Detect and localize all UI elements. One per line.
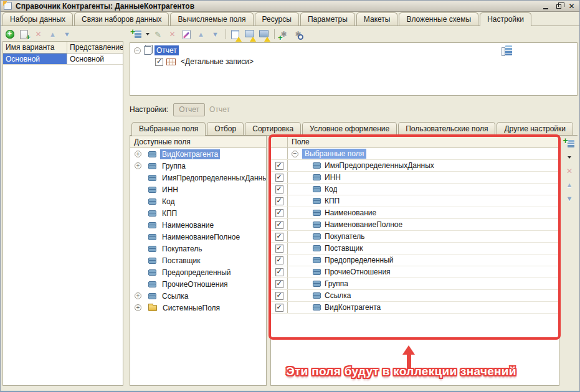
column-header-variant-name[interactable]: Имя варианта xyxy=(3,42,67,53)
selected-field-row[interactable]: Наименование xyxy=(271,207,559,219)
selected-field-row[interactable]: Код xyxy=(271,184,559,195)
available-field-item[interactable]: Ссылка xyxy=(130,290,266,302)
add-settings-icon[interactable] xyxy=(277,29,290,40)
selected-field-row[interactable]: Поставщик xyxy=(271,243,559,254)
tree-node-detail-records[interactable]: <Детальные записи> xyxy=(130,55,577,68)
field-checkbox[interactable] xyxy=(275,280,283,288)
add-list-icon[interactable] xyxy=(563,138,576,149)
restore-button[interactable] xyxy=(554,2,563,11)
tab-Выбранные поля[interactable]: Выбранные поля xyxy=(131,122,206,136)
available-field-item[interactable]: КПП xyxy=(130,207,266,219)
caret-down-icon[interactable] xyxy=(567,151,573,163)
selected-field-row[interactable]: НаименованиеПолное xyxy=(271,219,559,231)
tab-Наборы данных[interactable]: Наборы данных xyxy=(2,12,73,26)
selected-field-row[interactable]: КПП xyxy=(271,195,559,207)
variant-presentation-cell[interactable]: Основной xyxy=(67,54,123,64)
available-field-item[interactable]: НаименованиеПолное xyxy=(130,231,266,243)
available-field-item[interactable]: СистемныеПоля xyxy=(130,302,266,314)
tab-Вложенные схемы[interactable]: Вложенные схемы xyxy=(399,12,478,26)
available-field-item[interactable]: Наименование xyxy=(130,219,266,231)
variant-name-cell[interactable]: Основной xyxy=(3,54,67,64)
caret-down-icon[interactable] xyxy=(145,29,150,40)
report-chip-button[interactable]: Отчет xyxy=(173,103,205,116)
expand-icon[interactable] xyxy=(135,162,141,169)
field-checkbox[interactable] xyxy=(275,304,283,312)
minimize-button[interactable] xyxy=(541,2,550,11)
tab-Макеты[interactable]: Макеты xyxy=(356,12,398,26)
field-checkbox[interactable] xyxy=(275,268,283,276)
available-field-item[interactable]: Группа xyxy=(130,160,266,172)
tab-Сортировка[interactable]: Сортировка xyxy=(245,122,301,135)
field-checkbox[interactable] xyxy=(275,256,283,264)
move-up-icon[interactable] xyxy=(46,29,59,40)
selected-field-row[interactable]: Ссылка xyxy=(271,290,559,302)
titlebar[interactable]: Справочник Контрагенты: ДанныеКонтрагент… xyxy=(1,1,579,12)
edit-pencil-icon[interactable] xyxy=(151,29,164,40)
move-down-icon[interactable] xyxy=(209,29,222,40)
view-settings-icon[interactable] xyxy=(292,29,305,40)
available-field-item[interactable]: ВидКонтрагента xyxy=(130,148,266,160)
tab-Другие настройки[interactable]: Другие настройки xyxy=(497,122,573,135)
detail-records-label[interactable]: <Детальные записи> xyxy=(179,57,255,67)
column-header-presentation[interactable]: Представление xyxy=(67,42,123,53)
available-field-item[interactable]: ПрочиеОтношения xyxy=(130,278,266,290)
delete-icon[interactable] xyxy=(563,165,576,177)
expand-icon[interactable] xyxy=(135,151,141,157)
tab-Связи наборов данных[interactable]: Связи наборов данных xyxy=(74,12,169,26)
move-down-icon[interactable] xyxy=(60,29,74,40)
tab-Настройки[interactable]: Настройки xyxy=(480,12,531,26)
report-output-icon[interactable] xyxy=(229,29,242,40)
available-field-item[interactable]: Поставщик xyxy=(130,254,266,266)
selected-field-row[interactable]: Группа xyxy=(271,278,559,290)
move-up-icon[interactable] xyxy=(194,29,207,40)
selected-field-row[interactable]: ПрочиеОтношения xyxy=(271,266,559,278)
tab-Ресурсы[interactable]: Ресурсы xyxy=(255,12,299,26)
add-copy-icon[interactable] xyxy=(17,29,31,40)
detail-records-checkbox[interactable] xyxy=(155,58,163,66)
selected-fields-header[interactable]: Поле xyxy=(288,136,310,147)
selected-group-label[interactable]: Выбранные поля xyxy=(302,149,366,159)
field-checkbox[interactable] xyxy=(275,174,283,182)
tab-Отбор[interactable]: Отбор xyxy=(207,122,244,135)
selected-field-row[interactable]: Покупатель xyxy=(271,231,559,243)
add-icon[interactable] xyxy=(3,29,16,40)
expand-icon[interactable] xyxy=(135,304,141,311)
field-checkbox[interactable] xyxy=(275,221,283,229)
collapse-icon[interactable] xyxy=(134,47,141,54)
available-field-item[interactable]: ИмяПредопределенныхДанных xyxy=(130,172,266,184)
tab-Условное оформление[interactable]: Условное оформление xyxy=(302,122,397,135)
wizard-icon[interactable] xyxy=(180,29,193,40)
field-checkbox[interactable] xyxy=(275,209,283,217)
collapse-icon[interactable] xyxy=(292,151,298,157)
selected-field-row[interactable]: ИмяПредопределенныхДанных xyxy=(271,160,559,172)
selected-field-row[interactable]: ВидКонтрагента xyxy=(271,302,559,314)
field-checkbox[interactable] xyxy=(275,292,283,300)
field-checkbox[interactable] xyxy=(275,233,283,241)
tree-node-report[interactable]: Отчет xyxy=(130,43,577,55)
variant-row[interactable]: Основной Основной xyxy=(3,54,123,65)
add-list-icon[interactable] xyxy=(130,29,143,40)
selected-field-row[interactable]: ИНН xyxy=(271,172,559,184)
close-button[interactable]: ✕ xyxy=(567,2,576,11)
field-checkbox[interactable] xyxy=(275,162,283,170)
move-down-icon[interactable] xyxy=(563,192,576,204)
move-up-icon[interactable] xyxy=(563,179,576,190)
expand-icon[interactable] xyxy=(135,292,141,299)
field-checkbox[interactable] xyxy=(275,197,283,205)
available-field-item[interactable]: Покупатель xyxy=(130,243,266,254)
tree-node-label[interactable]: Отчет xyxy=(155,45,179,55)
tab-Пользовательские поля[interactable]: Пользовательские поля xyxy=(398,122,495,135)
available-field-item[interactable]: Код xyxy=(130,195,266,207)
save-settings-icon[interactable] xyxy=(257,29,270,40)
selected-group-row[interactable]: Выбранные поля xyxy=(271,148,559,160)
delete-icon[interactable] xyxy=(166,29,179,40)
load-settings-icon[interactable] xyxy=(243,29,256,40)
field-checkbox[interactable] xyxy=(275,185,283,194)
delete-icon[interactable] xyxy=(32,29,45,40)
tab-Параметры[interactable]: Параметры xyxy=(300,12,355,26)
selected-field-row[interactable]: Предопределенный xyxy=(271,254,559,266)
available-field-item[interactable]: ИНН xyxy=(130,184,266,195)
available-field-item[interactable]: Предопределенный xyxy=(130,266,266,278)
field-checkbox[interactable] xyxy=(275,245,283,253)
tab-Вычисляемые поля[interactable]: Вычисляемые поля xyxy=(170,12,253,26)
